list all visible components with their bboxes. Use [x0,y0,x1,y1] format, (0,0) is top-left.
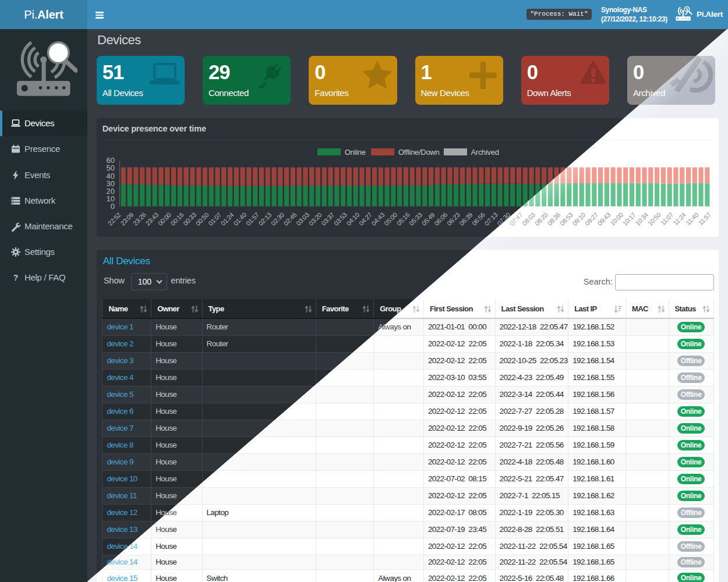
svg-text:01:40: 01:40 [232,211,248,227]
svg-text:01:57: 01:57 [245,211,260,227]
svg-text:01:07: 01:07 [207,211,222,227]
svg-text:23:09: 23:09 [119,211,135,227]
svg-text:03:53: 03:53 [333,211,348,227]
svg-text:22:52: 22:52 [107,211,122,227]
svg-text:05:33: 05:33 [408,211,423,227]
svg-text:05:16: 05:16 [395,211,411,227]
svg-text:02:30: 02:30 [270,211,285,227]
svg-text:03:20: 03:20 [308,211,323,227]
svg-text:04:10: 04:10 [345,211,361,227]
svg-text:06:56: 06:56 [471,211,486,227]
svg-text:07:13: 07:13 [483,211,499,227]
svg-text:00:50: 00:50 [194,211,210,227]
svg-text:03:37: 03:37 [320,211,335,227]
svg-text:06:06: 06:06 [433,211,448,227]
svg-text:02:46: 02:46 [282,211,298,227]
svg-text:0: 0 [111,202,115,211]
svg-text:00:33: 00:33 [182,211,197,227]
svg-text:00:00: 00:00 [157,211,172,227]
svg-text:06:39: 06:39 [458,211,473,227]
svg-text:04:27: 04:27 [358,211,373,227]
svg-text:05:49: 05:49 [420,211,436,227]
svg-text:02:13: 02:13 [257,211,273,227]
svg-text:05:00: 05:00 [383,211,398,227]
svg-text:03:03: 03:03 [295,211,310,227]
svg-text:04:43: 04:43 [370,211,386,227]
svg-text:01:24: 01:24 [220,211,235,227]
svg-text:?: ? [13,273,18,282]
svg-text:23:26: 23:26 [132,211,147,227]
svg-text:06:23: 06:23 [446,211,461,227]
svg-text:23:43: 23:43 [144,211,160,227]
svg-text:00:16: 00:16 [169,211,185,227]
